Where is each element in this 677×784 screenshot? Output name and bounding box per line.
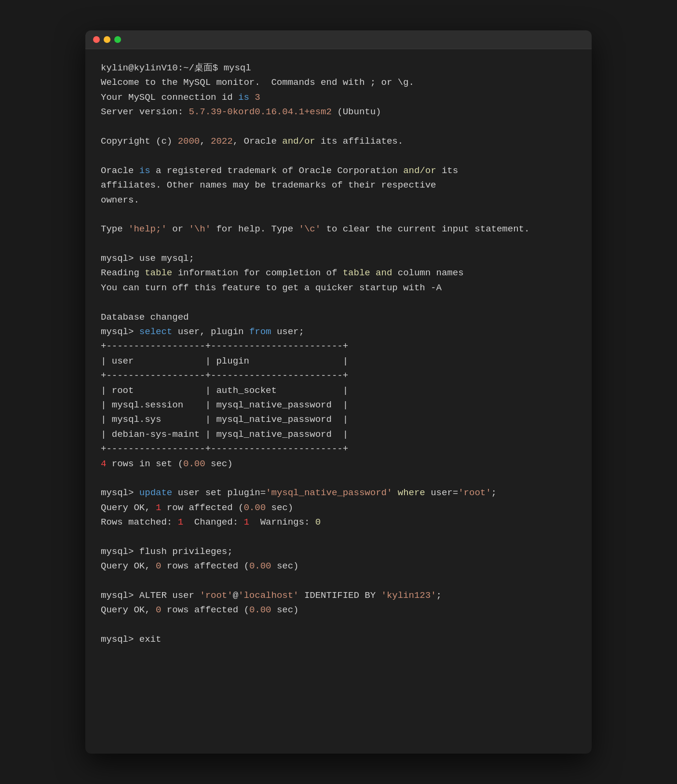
keyword-is: is	[238, 92, 249, 103]
close-button[interactable]	[93, 36, 100, 43]
help-str: 'help;'	[128, 224, 167, 234]
year2: 2022	[211, 136, 233, 147]
from-kw: from	[249, 326, 271, 337]
table-kw-1: table	[145, 268, 172, 278]
alter-rows: 0	[156, 605, 161, 615]
from-user: user; +------------------+--------------…	[101, 326, 348, 454]
warnings-count: 0	[315, 517, 321, 527]
row-affected-text: row affected (	[161, 502, 244, 513]
where-text	[392, 487, 397, 498]
flush-text: rows affected (	[161, 561, 249, 571]
user-equals: user=	[425, 487, 458, 498]
select-query: user, plugin	[172, 326, 249, 337]
and-or-2: and/or	[403, 165, 436, 176]
at-sign: @	[233, 590, 238, 601]
maximize-button[interactable]	[114, 36, 121, 43]
root-val: 'root'	[458, 487, 491, 498]
select-kw: select	[139, 326, 172, 337]
update-kw: update	[139, 487, 172, 498]
comma: ,	[200, 136, 211, 147]
warnings-text: Warnings:	[249, 517, 315, 527]
password-val: 'kylin123'	[381, 590, 436, 601]
table-kw-2: table and	[343, 268, 393, 278]
time-val3: 0.00	[249, 561, 271, 571]
trademark: a registered trademark of Oracle Corpora…	[150, 165, 404, 176]
identified-text: IDENTIFIED BY	[298, 590, 381, 601]
h-str: '\h'	[189, 224, 211, 234]
version: 5.7.39-0kord0.16.04.1+esm2	[189, 107, 331, 117]
plugin-val: 'mysql_native_password'	[266, 487, 392, 498]
alter-text: rows affected (	[161, 605, 249, 615]
matched-count: 1	[178, 517, 183, 527]
localhost-val: 'localhost'	[238, 590, 298, 601]
rows-count: 4	[101, 459, 106, 469]
time-val4: 0.00	[249, 605, 271, 615]
minimize-button[interactable]	[104, 36, 110, 43]
root-user-val: 'root'	[200, 590, 232, 601]
time-val2: 0.00	[244, 502, 266, 513]
title-bar	[85, 30, 592, 49]
newline: Server version:	[101, 107, 189, 117]
terminal-window: kylin@kylinV10:~/桌面$ mysql Welcome to th…	[85, 30, 592, 754]
time-val1: 0.00	[183, 459, 205, 469]
changed-text: Changed:	[183, 517, 244, 527]
year1: 2000	[178, 136, 200, 147]
rows-affected: 1	[156, 502, 161, 513]
update-query: user set plugin=	[172, 487, 266, 498]
info-text: information for completion of	[172, 268, 342, 278]
c-str: '\c'	[299, 224, 321, 234]
for-help: for help. Type	[211, 224, 298, 234]
and-or-1: and/or	[282, 136, 315, 147]
is-keyword: is	[139, 165, 150, 176]
flush-rows: 0	[156, 561, 161, 571]
or1: or	[167, 224, 189, 234]
conn-id	[249, 92, 255, 103]
changed-count: 1	[244, 517, 249, 527]
conn-number: 3	[255, 92, 260, 103]
terminal-body[interactable]: kylin@kylinV10:~/桌面$ mysql Welcome to th…	[85, 49, 592, 662]
where-kw: where	[398, 487, 425, 498]
oracle-text: , Oracle	[233, 136, 283, 147]
rows-text: rows in set (	[106, 459, 183, 469]
